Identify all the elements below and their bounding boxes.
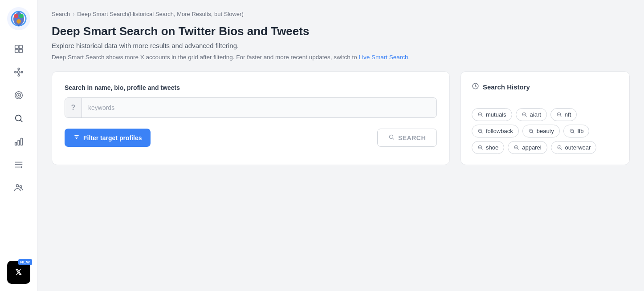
svg-line-49 <box>481 132 482 133</box>
svg-rect-24 <box>18 140 20 145</box>
search-button-icon <box>388 134 395 141</box>
x-icon: 𝕏 <box>15 267 22 277</box>
svg-point-10 <box>14 71 16 73</box>
history-tag[interactable]: mutuals <box>472 108 512 121</box>
svg-point-3 <box>19 14 24 18</box>
svg-point-11 <box>21 71 23 73</box>
keyword-input-wrap: ? <box>65 97 437 118</box>
svg-point-9 <box>17 71 20 73</box>
new-badge: NEW <box>18 259 32 265</box>
svg-point-20 <box>18 95 19 96</box>
svg-point-4 <box>16 19 21 24</box>
history-tag[interactable]: outerwear <box>551 141 597 154</box>
history-tag[interactable]: shoe <box>472 141 504 154</box>
svg-line-58 <box>481 149 482 150</box>
network-icon[interactable] <box>9 62 29 82</box>
history-tag-label: aiart <box>530 111 541 118</box>
history-tag-label: outerwear <box>565 144 591 151</box>
svg-line-43 <box>525 116 526 117</box>
history-tag-label: lfb <box>578 128 584 134</box>
history-tag-label: mutuals <box>486 111 506 118</box>
history-tag-icon <box>557 145 562 150</box>
svg-rect-5 <box>15 45 18 48</box>
svg-rect-23 <box>15 142 16 145</box>
keyword-question-mark: ? <box>65 98 82 117</box>
x-button-wrap: 𝕏 NEW <box>7 261 30 284</box>
history-tag[interactable]: nft <box>550 108 577 121</box>
search-card-label: Search in name, bio, profile and tweets <box>65 84 437 91</box>
history-tag-icon <box>528 128 534 134</box>
keyword-input[interactable] <box>82 100 436 116</box>
search-actions: Filter target profiles SEARCH <box>65 129 437 147</box>
history-tag-icon <box>522 112 527 117</box>
sidebar: 𝕏 NEW <box>0 0 37 291</box>
history-tag-label: nft <box>565 111 571 118</box>
dashboard-icon[interactable] <box>9 39 29 59</box>
svg-rect-7 <box>15 49 18 53</box>
svg-point-31 <box>16 185 19 187</box>
filter-icon <box>73 134 80 141</box>
history-tag-icon <box>477 145 483 150</box>
history-tag-icon <box>569 128 575 134</box>
history-tag[interactable]: aiart <box>516 108 547 121</box>
svg-rect-25 <box>20 138 22 146</box>
history-tag[interactable]: lfb <box>563 125 590 137</box>
description-prefix: Deep Smart Search shows more X accounts … <box>52 54 359 61</box>
main-content: Search › Deep Smart Search(Historical Se… <box>37 0 644 291</box>
history-tag-label: apparel <box>522 144 541 151</box>
sidebar-bottom: 𝕏 NEW <box>7 261 30 284</box>
history-header: Search History <box>472 82 619 99</box>
filter-button-label: Filter target profiles <box>83 134 142 141</box>
page-description: Deep Smart Search shows more X accounts … <box>52 54 630 61</box>
svg-line-64 <box>561 149 562 150</box>
search-nav-icon[interactable] <box>9 109 29 128</box>
svg-line-55 <box>573 132 574 133</box>
search-card: Search in name, bio, profile and tweets … <box>52 71 450 165</box>
breadcrumb-separator: › <box>73 11 74 17</box>
history-tag[interactable]: beauty <box>522 125 560 137</box>
history-tag-icon <box>477 128 483 134</box>
analytics-icon[interactable] <box>9 132 29 151</box>
search-button-label: SEARCH <box>398 134 426 141</box>
history-tag-icon <box>477 112 483 117</box>
svg-line-52 <box>532 132 533 133</box>
history-title: Search History <box>483 83 530 91</box>
breadcrumb-current: Deep Smart Search(Historical Search, Mor… <box>77 11 244 17</box>
svg-line-61 <box>518 149 518 150</box>
svg-line-40 <box>481 116 482 117</box>
svg-point-32 <box>20 186 22 188</box>
app-logo[interactable] <box>7 7 30 30</box>
history-tag[interactable]: apparel <box>508 141 547 154</box>
svg-point-13 <box>18 75 20 77</box>
svg-point-36 <box>389 135 393 138</box>
svg-line-46 <box>560 116 561 117</box>
history-tag[interactable]: followback <box>472 125 519 137</box>
filter-list-icon[interactable] <box>9 155 29 174</box>
breadcrumb-search-link[interactable]: Search <box>52 11 70 17</box>
target-icon[interactable] <box>9 85 29 105</box>
search-button[interactable]: SEARCH <box>377 129 437 147</box>
svg-point-12 <box>18 68 20 70</box>
history-tag-icon <box>514 145 519 150</box>
breadcrumb: Search › Deep Smart Search(Historical Se… <box>52 11 630 17</box>
page-subtitle: Explore historical data with more result… <box>52 42 630 49</box>
svg-line-22 <box>20 120 22 122</box>
audience-icon[interactable] <box>9 178 29 198</box>
live-search-link[interactable]: Live Smart Search. <box>359 54 410 61</box>
history-card: Search History mutuals aiart <box>461 71 630 165</box>
history-tag-label: beauty <box>537 128 554 134</box>
filter-profiles-button[interactable]: Filter target profiles <box>65 129 151 147</box>
history-tag-label: shoe <box>486 144 498 151</box>
svg-point-29 <box>20 166 22 168</box>
svg-point-21 <box>15 115 21 121</box>
history-tags: mutuals aiart nft followba <box>472 108 619 154</box>
history-tag-label: followback <box>486 128 513 134</box>
svg-point-2 <box>14 14 18 18</box>
page-title: Deep Smart Search on Twitter Bios and Tw… <box>52 24 630 38</box>
content-grid: Search in name, bio, profile and tweets … <box>52 71 630 165</box>
svg-line-37 <box>393 138 394 140</box>
history-clock-icon <box>472 82 479 92</box>
svg-rect-8 <box>19 49 22 53</box>
history-tag-icon <box>556 112 562 117</box>
svg-rect-6 <box>19 45 22 48</box>
